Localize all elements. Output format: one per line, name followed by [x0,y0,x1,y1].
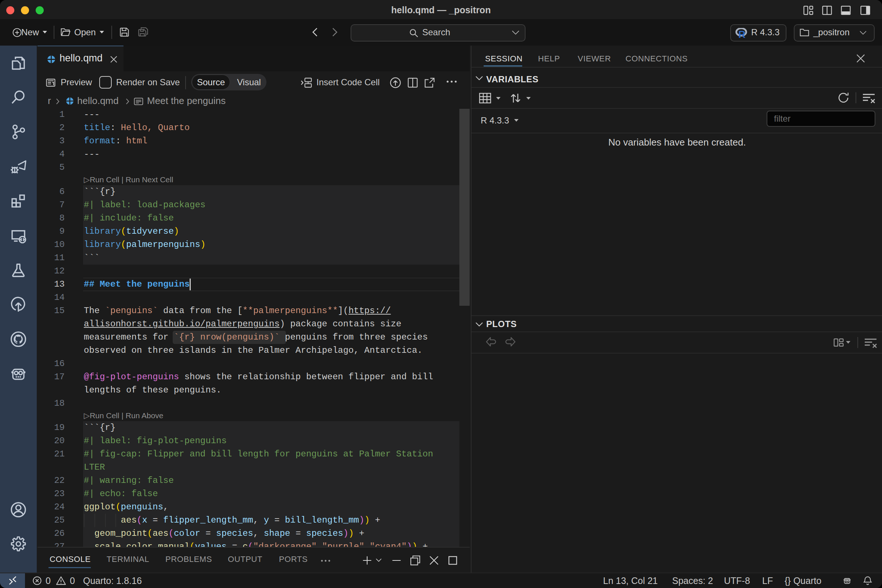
svg-text:R: R [738,29,746,38]
